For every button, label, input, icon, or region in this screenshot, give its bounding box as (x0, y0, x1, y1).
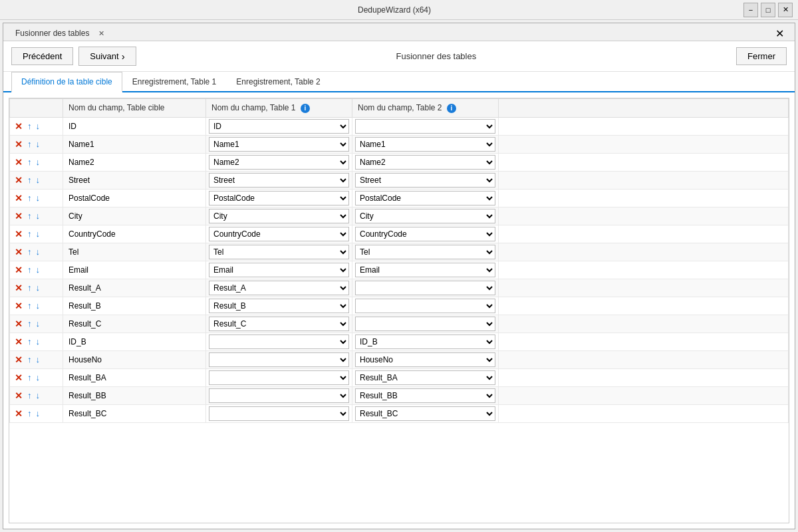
table1-field-select[interactable] (209, 370, 349, 385)
tab-definition[interactable]: Définition de la table cible (11, 72, 122, 92)
move-down-button[interactable]: ↓ (35, 138, 42, 150)
move-up-button[interactable]: ↑ (26, 156, 33, 168)
move-down-button[interactable]: ↓ (35, 156, 42, 168)
table1-field-select[interactable]: ID (209, 119, 349, 134)
delete-button[interactable]: ✕ (13, 372, 25, 384)
table2-field-select[interactable]: CountryCode (355, 227, 495, 241)
table1-field-select[interactable]: Name1 (209, 137, 349, 152)
move-down-button[interactable]: ↓ (35, 246, 42, 257)
table1-field-select[interactable]: Street (209, 173, 349, 188)
move-up-button[interactable]: ↑ (26, 264, 33, 275)
move-down-button[interactable]: ↓ (35, 408, 42, 419)
table1-field-select[interactable]: Tel (209, 245, 349, 259)
table1-field-select[interactable] (209, 334, 349, 349)
delete-button[interactable]: ✕ (13, 264, 25, 276)
table2-field-select[interactable]: Name2 (355, 155, 495, 170)
table1-field-select[interactable]: Result_C (209, 317, 349, 331)
move-up-button[interactable]: ↑ (26, 120, 33, 132)
delete-button[interactable]: ✕ (13, 192, 25, 204)
close-button[interactable]: Fermer (736, 47, 787, 65)
table2-field-select[interactable]: Tel (355, 245, 495, 259)
move-down-button[interactable]: ↓ (35, 264, 42, 275)
table2-field-select[interactable] (355, 119, 495, 134)
delete-button[interactable]: ✕ (13, 408, 25, 420)
info-icon-table1[interactable]: i (301, 104, 310, 113)
table2-field-select[interactable]: Result_BC (355, 406, 495, 421)
move-up-button[interactable]: ↑ (26, 174, 33, 186)
move-up-button[interactable]: ↑ (26, 408, 33, 419)
delete-button[interactable]: ✕ (13, 390, 25, 402)
delete-button[interactable]: ✕ (13, 156, 25, 168)
table2-field-select[interactable]: City (355, 209, 495, 223)
move-up-button[interactable]: ↑ (26, 246, 33, 257)
maximize-button[interactable]: □ (761, 3, 775, 17)
delete-button[interactable]: ✕ (13, 354, 25, 366)
move-down-button[interactable]: ↓ (35, 210, 42, 221)
table1-field-select[interactable]: Result_B (209, 299, 349, 313)
next-button[interactable]: Suivant › (78, 47, 136, 66)
table1-field-select[interactable] (209, 406, 349, 421)
move-up-button[interactable]: ↑ (26, 390, 33, 401)
move-up-button[interactable]: ↑ (26, 300, 33, 311)
move-down-button[interactable]: ↓ (35, 372, 42, 383)
move-up-button[interactable]: ↑ (26, 228, 33, 239)
delete-button[interactable]: ✕ (13, 228, 25, 240)
move-down-button[interactable]: ↓ (35, 354, 42, 365)
move-up-button[interactable]: ↑ (26, 192, 33, 203)
table1-field-select[interactable]: Name2 (209, 155, 349, 170)
table2-field-select[interactable]: Result_BB (355, 388, 495, 403)
move-up-button[interactable]: ↑ (26, 138, 33, 150)
move-up-button[interactable]: ↑ (26, 336, 33, 347)
move-up-button[interactable]: ↑ (26, 210, 33, 221)
table1-field-select[interactable]: Email (209, 263, 349, 277)
table2-field-select[interactable] (355, 281, 495, 295)
window-close-x[interactable]: ✕ (770, 27, 789, 40)
info-icon-table2[interactable]: i (447, 104, 456, 113)
move-up-button[interactable]: ↑ (26, 354, 33, 365)
move-down-button[interactable]: ↓ (35, 174, 42, 186)
table1-field-select[interactable]: PostalCode (209, 191, 349, 205)
delete-button[interactable]: ✕ (13, 138, 25, 150)
delete-button[interactable]: ✕ (13, 282, 25, 294)
move-down-button[interactable]: ↓ (35, 300, 42, 311)
move-down-button[interactable]: ↓ (35, 390, 42, 401)
table2-field-select[interactable]: ID_B (355, 334, 495, 349)
move-down-button[interactable]: ↓ (35, 192, 42, 203)
move-up-button[interactable]: ↑ (26, 372, 33, 383)
delete-button[interactable]: ✕ (13, 300, 25, 312)
table1-field-select[interactable]: City (209, 209, 349, 223)
delete-button[interactable]: ✕ (13, 174, 25, 186)
table2-field-select[interactable]: PostalCode (355, 191, 495, 205)
delete-button[interactable]: ✕ (13, 120, 25, 132)
table2-field-select[interactable]: Name1 (355, 137, 495, 152)
table2-field-select[interactable]: Email (355, 263, 495, 277)
app-title: DedupeWizard (x64) (45, 5, 743, 15)
delete-button[interactable]: ✕ (13, 336, 25, 348)
table1-field-select[interactable]: Result_A (209, 281, 349, 295)
move-down-button[interactable]: ↓ (35, 228, 42, 239)
table1-field-select[interactable] (209, 352, 349, 367)
move-down-button[interactable]: ↓ (35, 318, 42, 329)
table2-field-select[interactable]: HouseNo (355, 352, 495, 367)
table2-field-select[interactable]: Street (355, 173, 495, 188)
delete-button[interactable]: ✕ (13, 318, 25, 330)
move-down-button[interactable]: ↓ (35, 282, 42, 293)
window-tab-close[interactable]: ✕ (96, 29, 107, 38)
tab-table1[interactable]: Enregistrement, Table 1 (122, 72, 227, 92)
delete-button[interactable]: ✕ (13, 210, 25, 222)
move-up-button[interactable]: ↑ (26, 282, 33, 293)
delete-button[interactable]: ✕ (13, 246, 25, 258)
table1-field-select[interactable] (209, 388, 349, 403)
table2-field-select[interactable]: Result_BA (355, 370, 495, 385)
previous-button[interactable]: Précédent (11, 47, 73, 65)
table2-field-select[interactable] (355, 299, 495, 313)
move-up-button[interactable]: ↑ (26, 318, 33, 329)
minimize-button[interactable]: − (743, 3, 758, 17)
tab-table2[interactable]: Enregistrement, Table 2 (226, 72, 331, 92)
window-close-button[interactable]: ✕ (778, 3, 793, 17)
table2-field-select[interactable] (355, 317, 495, 331)
move-down-button[interactable]: ↓ (35, 120, 42, 132)
table1-field-select[interactable]: CountryCode (209, 227, 349, 241)
move-down-button[interactable]: ↓ (35, 336, 42, 347)
table1-field-cell (206, 368, 352, 386)
